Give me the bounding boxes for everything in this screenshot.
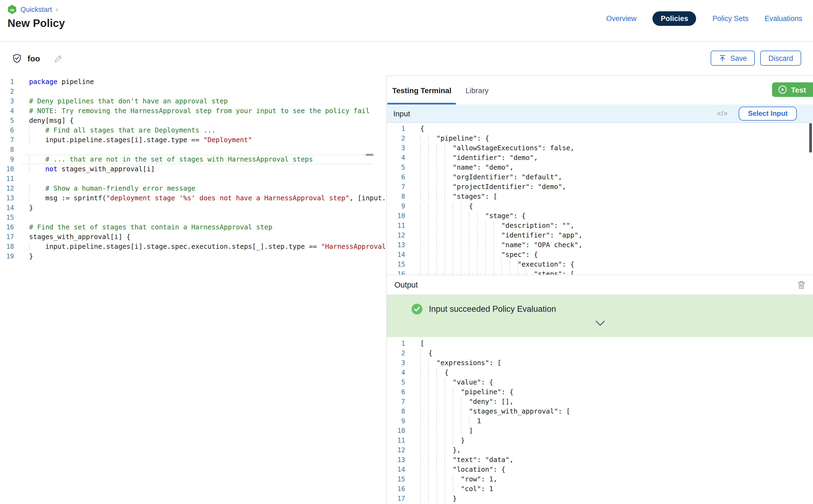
code-line: 12 "identifier": "app", — [387, 230, 813, 240]
code-text: "location": { — [420, 465, 505, 474]
code-view-icon[interactable]: </> — [717, 110, 728, 117]
edit-pencil-icon[interactable] — [54, 54, 63, 63]
code-text: "projectIdentifier": "demo", — [420, 182, 566, 192]
code-text: stages_with_approval[i] { — [29, 232, 130, 242]
line-number: 6 — [0, 125, 22, 135]
code-line: 5 "name": "demo", — [387, 163, 813, 172]
code-line: 19} — [0, 251, 386, 261]
code-line: 8 "stages_with_approval": [ — [387, 407, 813, 416]
line-number: 2 — [387, 348, 413, 358]
code-line: 10 not stages_with_approval[i] — [0, 164, 386, 174]
evaluation-success-banner: Input succeeded Policy Evaluation — [387, 295, 813, 337]
line-number: 14 — [0, 203, 22, 213]
code-text: "identifier": "demo", — [420, 153, 538, 163]
discard-button[interactable]: Discard — [760, 51, 801, 66]
code-line: 1[ — [387, 339, 813, 348]
nav-evaluations[interactable]: Evaluations — [765, 15, 802, 23]
code-text: "description": "", — [420, 221, 574, 230]
line-number: 4 — [387, 153, 413, 163]
chevron-down-icon[interactable] — [595, 320, 605, 326]
code-line: 16# Find the set of stages that contain … — [0, 222, 386, 232]
line-number: 11 — [387, 436, 413, 445]
policy-name: foo — [27, 54, 40, 63]
harness-project-icon: ∞ — [8, 5, 17, 14]
line-number: 11 — [387, 221, 413, 230]
input-title: Input — [393, 109, 410, 118]
line-number: 12 — [387, 445, 413, 455]
code-line: 2 { — [387, 348, 813, 358]
output-json-editor[interactable]: 1[2 {3 "expressions": [4 {5 "value": {6 … — [387, 337, 813, 504]
line-number: 15 — [387, 260, 413, 269]
testing-panel: Testing Terminal Library Test Input </> … — [387, 75, 813, 504]
code-line: 11 — [0, 174, 386, 184]
trash-icon[interactable] — [797, 281, 805, 289]
code-text: "stages": [ — [420, 192, 497, 201]
save-button[interactable]: Save — [711, 51, 755, 66]
nav-overview[interactable]: Overview — [606, 15, 637, 23]
banner-message: Input succeeded Policy Evaluation — [429, 304, 556, 314]
code-text: { — [420, 124, 424, 134]
input-json-editor[interactable]: 1{2 "pipeline": {3 "allowStageExecutions… — [387, 123, 813, 275]
line-number: 15 — [387, 474, 413, 484]
output-section-header: Output — [387, 275, 813, 295]
code-line: 4# NOTE: Try removing the HarnessApprova… — [0, 106, 386, 116]
code-line: 4 "identifier": "demo", — [387, 153, 813, 163]
upload-icon — [719, 54, 727, 62]
play-circle-icon — [778, 85, 787, 94]
policy-code-editor[interactable]: 1package pipeline23# Deny pipelines that… — [0, 75, 387, 504]
code-text: # ... that are not in the set of stages … — [29, 155, 313, 164]
line-number: 19 — [0, 251, 22, 261]
code-line: 18 input.pipeline.stages[i].stage.spec.e… — [0, 242, 386, 251]
code-line: 7 "projectIdentifier": "demo", — [387, 182, 813, 192]
line-number: 10 — [0, 164, 22, 174]
line-number: 6 — [387, 387, 413, 397]
save-button-label: Save — [730, 54, 747, 62]
code-text: "text": "data", — [420, 455, 514, 465]
code-line: 6 "pipeline": { — [387, 387, 813, 397]
nav-policy-sets[interactable]: Policy Sets — [713, 15, 749, 23]
line-number: 8 — [387, 407, 413, 416]
line-number: 11 — [0, 174, 22, 184]
code-line: 5deny[msg] { — [0, 116, 386, 125]
code-text: } — [29, 251, 33, 261]
code-line: 12 # Show a human-friendly error message — [0, 184, 386, 193]
code-text: [ — [420, 339, 424, 348]
line-number: 5 — [387, 377, 413, 387]
code-line: 11 } — [387, 436, 813, 445]
output-title: Output — [394, 281, 418, 289]
code-line: 7 input.pipeline.stages[i].stage.type ==… — [0, 135, 386, 145]
tab-testing-terminal[interactable]: Testing Terminal — [392, 76, 452, 104]
code-text: } — [420, 436, 465, 445]
code-text: 1 — [420, 416, 481, 426]
select-input-button[interactable]: Select Input — [739, 106, 797, 120]
code-line: 14 "spec": { — [387, 250, 813, 260]
top-nav: Overview Policies Policy Sets Evaluation… — [606, 11, 802, 26]
code-line: 6 "orgIdentifier": "default", — [387, 172, 813, 182]
line-number: 13 — [387, 455, 413, 465]
tab-library[interactable]: Library — [466, 76, 489, 104]
code-line: 3# Deny pipelines that don't have an app… — [0, 96, 386, 106]
breadcrumb-project-link[interactable]: Quickstart — [20, 5, 52, 13]
line-number: 16 — [0, 222, 22, 232]
input-section-header: Input </> Select Input — [387, 104, 813, 123]
line-number: 5 — [0, 116, 22, 125]
code-text: "steps": [ — [420, 269, 574, 275]
code-text: # Deny pipelines that don't have an appr… — [29, 96, 228, 106]
test-button[interactable]: Test — [772, 82, 813, 97]
code-line: 14 "location": { — [387, 465, 813, 474]
line-number: 2 — [0, 87, 22, 96]
code-text: "name": "demo", — [420, 163, 514, 172]
code-line: 17stages_with_approval[i] { — [0, 232, 386, 242]
code-line: 9 1 — [387, 416, 813, 426]
code-text: input.pipeline.stages[i].stage.spec.exec… — [29, 242, 387, 251]
line-number: 14 — [387, 465, 413, 474]
code-line: 9 # ... that are not in the set of stage… — [0, 155, 386, 164]
line-number: 10 — [387, 211, 413, 221]
line-number: 12 — [387, 230, 413, 240]
nav-policies[interactable]: Policies — [653, 11, 696, 26]
line-number: 9 — [387, 201, 413, 211]
line-number: 5 — [387, 163, 413, 172]
line-number: 17 — [0, 232, 22, 242]
code-line: 1{ — [387, 124, 813, 134]
code-line: 3 "allowStageExecutions": false, — [387, 143, 813, 153]
